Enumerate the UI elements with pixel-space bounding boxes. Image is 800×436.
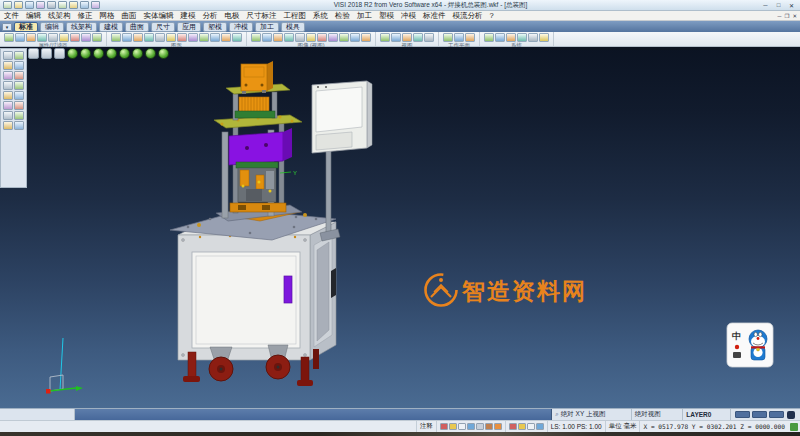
rotate-view-icon[interactable] [306,33,316,42]
workplane-reset-icon[interactable] [465,33,475,42]
ribbon-tab-4[interactable]: 曲面 [125,22,149,32]
menu-item-3[interactable]: 修正 [78,11,93,21]
circle-icon[interactable] [14,61,24,70]
menu-item-19[interactable]: ? [490,11,494,21]
wireframe-view-icon[interactable] [328,33,338,42]
attribute-copy-icon[interactable] [48,33,58,42]
snap-toggle-icon[interactable] [527,423,535,430]
named-views-icon[interactable] [391,33,401,42]
view-lock-icon[interactable] [424,33,434,42]
menu-item-1[interactable]: 编辑 [26,11,41,21]
close-button[interactable]: ✕ [787,2,796,9]
status-view-lock[interactable]: ⌕ 绝对 XY 上视图 [552,409,631,420]
refresh-icon[interactable] [509,423,517,430]
tab-overflow-dropdown[interactable]: ▾ [2,23,12,31]
linetype-icon[interactable] [26,33,36,42]
shaded-view-icon[interactable] [317,33,327,42]
zoom-in-icon[interactable] [273,33,283,42]
annotation-color-icon[interactable] [440,423,448,430]
plot-icon[interactable] [80,1,89,9]
print-icon[interactable] [47,1,56,9]
workplane-icon[interactable] [443,33,453,42]
arc-icon[interactable] [3,71,13,80]
play-icon[interactable] [41,48,52,59]
maximize-button[interactable]: □ [774,2,783,9]
back-view-icon[interactable] [93,48,104,59]
open-file-icon[interactable] [14,1,23,9]
menu-item-13[interactable]: 检验 [335,11,350,21]
flag-icon[interactable] [476,423,484,430]
menu-item-15[interactable]: 塑模 [379,11,394,21]
status-chip[interactable] [735,411,750,418]
redo-quick-icon[interactable] [69,1,78,9]
array-icon[interactable] [210,33,220,42]
status-chip[interactable] [752,411,767,418]
ribbon-tab-9[interactable]: 加工 [255,22,279,32]
ribbon-tab-2[interactable]: 线架构 [66,22,97,32]
mirror-tool-icon[interactable] [14,111,24,120]
workplane-align-icon[interactable] [454,33,464,42]
mirror-icon[interactable] [188,33,198,42]
menu-item-0[interactable]: 文件 [4,11,19,21]
select-icon[interactable] [3,51,13,60]
fillet-icon[interactable] [3,101,13,110]
ribbon-tab-10[interactable]: 模具 [281,22,305,32]
polygon-icon[interactable] [14,81,24,90]
snap-icon[interactable] [506,33,516,42]
view-manager-icon[interactable] [380,33,390,42]
menu-item-14[interactable]: 加工 [357,11,372,21]
selection-mask-icon[interactable] [70,33,80,42]
ribbon-tab-5[interactable]: 尺寸 [151,22,175,32]
layers-icon[interactable] [495,33,505,42]
customize-icon[interactable] [91,1,100,9]
menu-item-11[interactable]: 工程图 [284,11,307,21]
view-rotate-icon[interactable] [413,33,423,42]
ribbon-tab-3[interactable]: 建模 [99,22,123,32]
bottom-view-icon[interactable] [145,48,156,59]
bookmark-icon[interactable] [494,423,502,430]
line-icon[interactable] [3,61,13,70]
spline-icon[interactable] [14,71,24,80]
layer-manager-icon[interactable] [4,33,14,42]
grid-toggle-icon[interactable] [536,423,544,430]
highlight-filter-icon[interactable] [81,33,91,42]
note-icon[interactable] [458,423,466,430]
delete-icon[interactable] [133,33,143,42]
color-picker-icon[interactable] [15,33,25,42]
quick-select-icon[interactable] [92,33,102,42]
menu-item-9[interactable]: 电极 [225,11,240,21]
menu-item-18[interactable]: 模流分析 [453,11,483,21]
iso-view-icon[interactable] [67,48,78,59]
offset-icon[interactable] [3,111,13,120]
calculator-icon[interactable] [528,33,538,42]
child-restore-button[interactable]: ❐ [784,13,789,19]
annotation-style-icon[interactable] [449,423,457,430]
perspective-icon[interactable] [350,33,360,42]
save-icon[interactable] [25,1,34,9]
rotate-icon[interactable] [177,33,187,42]
undo-quick-icon[interactable] [58,1,67,9]
new-file-icon[interactable] [3,1,12,9]
zoom-out-icon[interactable] [284,33,294,42]
hidden-line-icon[interactable] [339,33,349,42]
ribbon-tab-1[interactable]: 编辑 [40,22,64,32]
status-chip[interactable] [769,411,784,418]
zoom-window-icon[interactable] [262,33,272,42]
redo-icon[interactable] [122,33,132,42]
pin-icon[interactable] [485,423,493,430]
ribbon-tab-7[interactable]: 塑模 [203,22,227,32]
rectangle-icon[interactable] [3,81,13,90]
menu-item-6[interactable]: 实体编辑 [144,11,174,21]
ribbon-tab-0[interactable]: 标准 [14,22,38,32]
chamfer-icon[interactable] [14,101,24,110]
save-all-icon[interactable] [36,1,45,9]
erase-icon[interactable] [14,121,24,130]
move-icon[interactable] [166,33,176,42]
menu-item-8[interactable]: 分析 [203,11,218,21]
child-minimize-button[interactable]: ─ [778,13,782,19]
ribbon-tab-6[interactable]: 应用 [177,22,201,32]
pan-icon[interactable] [295,33,305,42]
previous-view-icon[interactable] [361,33,371,42]
trim-icon[interactable] [3,91,13,100]
menu-item-17[interactable]: 标准件 [423,11,446,21]
